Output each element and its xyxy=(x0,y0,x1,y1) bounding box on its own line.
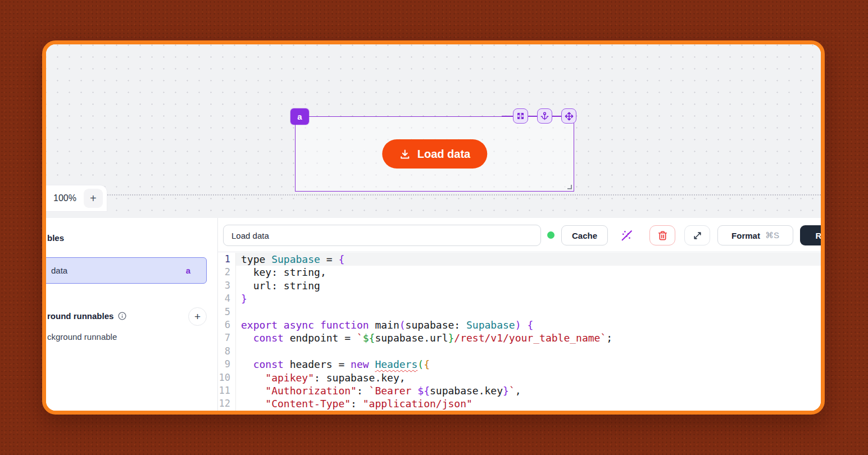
runnable-name-input[interactable] xyxy=(223,225,541,246)
zoom-control: 100% + xyxy=(42,185,107,211)
code-line[interactable]: 9 const headers = new Headers({ xyxy=(218,358,821,371)
runnable-item-label: data xyxy=(51,266,67,275)
fullscreen-editor-button[interactable] xyxy=(684,225,710,245)
line-content: key: string, xyxy=(236,266,821,279)
resize-handle[interactable] xyxy=(567,185,572,189)
code-line[interactable]: 7 const endpoint = `${supabase.url}/rest… xyxy=(218,331,821,344)
load-data-button[interactable]: Load data xyxy=(382,139,487,169)
anchor-icon[interactable] xyxy=(537,108,552,124)
code-line[interactable]: 6export async function main(supabase: Su… xyxy=(218,319,821,331)
code-line[interactable]: 3 url: string xyxy=(218,279,821,292)
canvas-row-separator xyxy=(46,194,821,195)
selected-button-component[interactable]: a xyxy=(295,116,574,192)
line-number: 12 xyxy=(218,397,236,410)
code-line[interactable]: 10 "apikey": supabase.key, xyxy=(218,371,821,384)
line-content: export async function main(supabase: Sup… xyxy=(236,319,821,331)
line-number: 8 xyxy=(218,345,236,358)
bottom-panel: bles data a round runnables + ckground r… xyxy=(46,218,821,411)
magic-wand-icon[interactable] xyxy=(618,225,635,245)
trash-icon xyxy=(657,230,668,241)
line-content xyxy=(236,306,821,319)
line-number: 10 xyxy=(218,371,236,384)
load-data-button-label: Load data xyxy=(417,148,470,161)
runnable-item-badge: a xyxy=(186,266,190,275)
background-runnables-heading: round runnables xyxy=(47,311,127,321)
line-content: "Content-Type": "application/json" xyxy=(236,397,821,410)
line-number: 6 xyxy=(218,319,236,331)
format-button[interactable]: Format ⌘S xyxy=(717,225,793,245)
component-toolbar xyxy=(513,108,576,124)
code-line[interactable]: 12 "Content-Type": "application/json" xyxy=(218,397,821,410)
component-id-badge: a xyxy=(290,108,309,125)
app-canvas[interactable]: a xyxy=(46,44,821,218)
run-button[interactable]: Run xyxy=(800,225,825,245)
cache-button[interactable]: Cache xyxy=(561,225,608,245)
line-content: const headers = new Headers({ xyxy=(236,358,821,371)
line-content: url: string xyxy=(236,279,821,292)
line-number: 4 xyxy=(218,292,236,305)
add-background-runnable-button[interactable]: + xyxy=(188,307,207,326)
line-number: 5 xyxy=(218,306,236,319)
code-line[interactable]: 2 key: string, xyxy=(218,266,821,279)
line-number: 3 xyxy=(218,279,236,292)
line-content: const endpoint = `${supabase.url}/rest/v… xyxy=(236,331,821,344)
code-lines: 1type Supabase = {2 key: string,3 url: s… xyxy=(218,253,821,411)
background-runnables-heading-label: round runnables xyxy=(47,311,113,321)
line-number: 1 xyxy=(218,253,236,266)
line-content: } xyxy=(236,292,821,305)
zoom-in-button[interactable]: + xyxy=(84,189,103,208)
code-line[interactable]: 4} xyxy=(218,292,821,305)
expand-icon[interactable] xyxy=(513,108,528,124)
line-content: "apikey": supabase.key, xyxy=(236,371,821,384)
line-number: 2 xyxy=(218,266,236,279)
runnables-heading: bles xyxy=(47,233,64,243)
status-dot xyxy=(547,231,555,239)
app-window: a xyxy=(42,40,825,415)
diagonal-expand-icon xyxy=(693,231,702,240)
line-content: "Authorization": `Bearer ${supabase.key}… xyxy=(236,384,821,397)
code-line[interactable]: 1type Supabase = { xyxy=(218,253,821,266)
line-number: 9 xyxy=(218,358,236,371)
code-editor[interactable]: 1type Supabase = {2 key: string,3 url: s… xyxy=(218,252,821,411)
editor-panel: Cache xyxy=(218,218,821,411)
line-content: type Supabase = { xyxy=(236,253,821,266)
info-icon[interactable] xyxy=(117,311,127,321)
code-line[interactable]: 11 "Authorization": `Bearer ${supabase.k… xyxy=(218,384,821,397)
editor-toolbar: Cache xyxy=(218,218,821,252)
line-number: 7 xyxy=(218,331,236,344)
format-shortcut: ⌘S xyxy=(765,230,779,240)
delete-button[interactable] xyxy=(649,225,675,245)
runnable-item-selected[interactable]: data a xyxy=(42,257,207,284)
code-line[interactable]: 5 xyxy=(218,306,821,319)
code-line[interactable]: 8 xyxy=(218,345,821,358)
line-content xyxy=(236,345,821,358)
move-icon[interactable] xyxy=(561,108,576,124)
runnables-sidebar: bles data a round runnables + ckground r… xyxy=(46,218,218,411)
line-number: 11 xyxy=(218,384,236,397)
background-runnable-item[interactable]: ckground runnable xyxy=(47,332,117,342)
zoom-level: 100% xyxy=(53,193,76,203)
download-icon xyxy=(399,148,411,160)
format-label: Format xyxy=(731,231,760,240)
